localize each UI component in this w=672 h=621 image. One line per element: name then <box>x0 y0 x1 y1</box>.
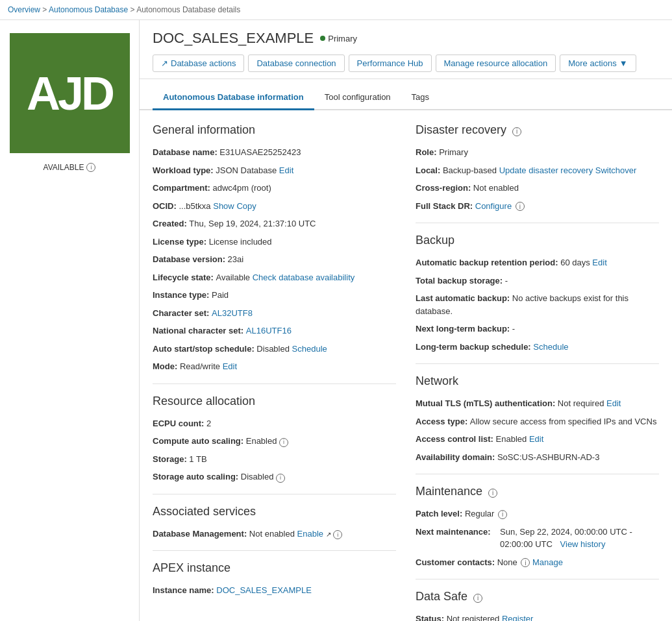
field-instance-type: Instance type: Paid <box>153 289 396 302</box>
field-storage: Storage: 1 TB <box>153 453 396 466</box>
field-dr-cross-region: Cross-region: Not enabled <box>416 182 659 195</box>
ocid-copy-link[interactable]: Copy <box>236 201 256 211</box>
main-content: DOC_SALES_EXAMPLE Primary ↗ Database act… <box>140 20 672 621</box>
enable-db-management-link[interactable]: Enable <box>297 529 323 539</box>
acl-edit-link[interactable]: Edit <box>529 434 543 444</box>
tab-tool-configuration[interactable]: Tool configuration <box>314 86 401 110</box>
update-dr-link[interactable]: Update disaster recovery <box>499 165 593 175</box>
network-title: Network <box>416 374 659 388</box>
full-stack-dr-info-icon[interactable]: i <box>516 202 525 211</box>
field-compartment: Compartment: adwc4pm (root) <box>153 182 396 195</box>
patch-level-info-icon[interactable]: i <box>498 510 507 519</box>
network-section: Network Mutual TLS (mTLS) authentication… <box>416 374 659 463</box>
field-instance-name: Instance name: DOC_SALES_EXAMPLE <box>153 584 396 597</box>
check-availability-link[interactable]: Check database availability <box>253 273 355 282</box>
field-acl: Access control list: Enabled Edit <box>416 433 659 446</box>
field-storage-autoscaling: Storage auto scaling: Disabled i <box>153 470 396 483</box>
apex-instance-title: APEX instance <box>153 561 396 575</box>
db-logo: AJD <box>10 33 130 153</box>
mode-edit-link[interactable]: Edit <box>223 361 237 371</box>
tab-autonomous-db-info[interactable]: Autonomous Database information <box>153 86 314 110</box>
performance-hub-button[interactable]: Performance Hub <box>349 55 432 72</box>
field-mtls: Mutual TLS (mTLS) authentication: Not re… <box>416 397 659 410</box>
primary-label: Primary <box>328 34 357 43</box>
status-badge: AVAILABLE i <box>44 163 96 172</box>
compute-scaling-info-icon[interactable]: i <box>279 438 288 447</box>
field-access-type: Access type: Allow secure access from sp… <box>416 415 659 428</box>
view-history-link[interactable]: View history <box>560 539 606 549</box>
maintenance-section: Maintenance i Patch level: Regular i Nex… <box>416 485 659 568</box>
divider-2 <box>153 494 396 494</box>
breadcrumb-current: Autonomous Database details <box>136 5 240 14</box>
configure-dr-link[interactable]: Configure <box>475 201 512 211</box>
field-license-type: License type: License included <box>153 236 396 249</box>
apex-instance-link[interactable]: DOC_SALES_EXAMPLE <box>216 585 312 595</box>
schedule-link[interactable]: Schedule <box>292 344 327 354</box>
field-database-name: Database name: E31UASAE25252423 <box>153 146 396 159</box>
register-data-safe-link[interactable]: Register <box>502 614 533 621</box>
resource-allocation-title: Resource allocation <box>153 395 396 408</box>
backup-section: Backup Automatic backup retention period… <box>416 234 659 353</box>
manage-resource-button[interactable]: Manage resource allocation <box>436 55 556 72</box>
db-management-info-icon[interactable]: i <box>333 530 342 539</box>
longterm-schedule-link[interactable]: Schedule <box>533 342 568 352</box>
db-header: DOC_SALES_EXAMPLE Primary ↗ Database act… <box>140 20 672 79</box>
field-patch-level: Patch level: Regular i <box>416 507 659 520</box>
field-availability-domain: Availability domain: SoSC:US-ASHBURN-AD-… <box>416 451 659 464</box>
external-icon: ↗ <box>326 531 331 538</box>
database-actions-button[interactable]: ↗ Database actions <box>153 55 244 72</box>
backup-retention-edit-link[interactable]: Edit <box>592 258 606 267</box>
status-info-icon[interactable]: i <box>86 163 95 172</box>
backup-title: Backup <box>416 234 659 247</box>
database-connection-button[interactable]: Database connection <box>248 55 344 72</box>
data-safe-section: Data Safe i Status: Not registered Regis… <box>416 590 659 621</box>
action-buttons: ↗ Database actions Database connection P… <box>153 55 659 72</box>
field-character-set: Character set: AL32UTF8 <box>153 307 396 320</box>
db-name: DOC_SALES_EXAMPLE <box>153 30 314 47</box>
disaster-recovery-info-icon[interactable]: i <box>512 127 521 136</box>
divider-right-2 <box>416 363 659 364</box>
data-safe-info-icon[interactable]: i <box>473 594 482 603</box>
divider-right-1 <box>416 223 659 223</box>
tab-tags[interactable]: Tags <box>401 86 440 110</box>
character-set-link[interactable]: AL32UTF8 <box>212 308 253 318</box>
right-column: Disaster recovery i Role: Primary Local:… <box>416 123 659 621</box>
associated-services-title: Associated services <box>153 505 396 518</box>
general-info-title: General information <box>153 123 396 137</box>
external-link-icon: ↗ <box>161 58 168 68</box>
sidebar: AJD AVAILABLE i <box>0 20 140 621</box>
national-character-set-link[interactable]: AL16UTF16 <box>246 326 292 335</box>
primary-badge: Primary <box>320 34 357 43</box>
divider-3 <box>153 550 396 551</box>
ocid-show-link[interactable]: Show <box>213 201 234 211</box>
resource-allocation-section: Resource allocation ECPU count: 2 Comput… <box>153 395 396 483</box>
breadcrumb: Overview > Autonomous Database > Autonom… <box>0 0 672 20</box>
maintenance-info-icon[interactable]: i <box>488 489 497 498</box>
field-dr-role: Role: Primary <box>416 146 659 159</box>
field-next-longterm-backup: Next long-term backup: - <box>416 323 659 335</box>
status-text: AVAILABLE <box>44 163 84 172</box>
manage-contacts-link[interactable]: Manage <box>532 557 563 567</box>
field-customer-contacts: Customer contacts: None i Manage <box>416 556 659 569</box>
field-lifecycle-state: Lifecycle state: Available Check databas… <box>153 271 396 284</box>
maintenance-title: Maintenance i <box>416 485 659 498</box>
content-area: General information Database name: E31UA… <box>140 110 672 621</box>
field-db-management: Database Management: Not enabled Enable … <box>153 528 396 541</box>
field-last-backup: Last automatic backup: No active backups… <box>416 292 659 317</box>
mtls-edit-link[interactable]: Edit <box>606 398 621 408</box>
disaster-recovery-section: Disaster recovery i Role: Primary Local:… <box>416 123 659 212</box>
associated-services-section: Associated services Database Management:… <box>153 505 396 541</box>
apex-instance-section: APEX instance Instance name: DOC_SALES_E… <box>153 561 396 597</box>
field-dr-full-stack: Full Stack DR: Configure i <box>416 200 659 213</box>
field-auto-start-stop: Auto start/stop schedule: Disabled Sched… <box>153 343 396 356</box>
field-db-version: Database version: 23ai <box>153 253 396 266</box>
more-actions-button[interactable]: More actions ▼ <box>560 55 636 72</box>
field-national-character-set: National character set: AL16UTF16 <box>153 324 396 337</box>
breadcrumb-overview[interactable]: Overview <box>8 5 40 14</box>
storage-scaling-info-icon[interactable]: i <box>276 474 285 483</box>
breadcrumb-autonomous-db[interactable]: Autonomous Database <box>49 5 128 14</box>
field-compute-autoscaling: Compute auto scaling: Enabled i <box>153 435 396 448</box>
customer-contacts-info-icon[interactable]: i <box>521 558 530 567</box>
switchover-link[interactable]: Switchover <box>595 165 637 175</box>
workload-edit-link[interactable]: Edit <box>279 165 293 175</box>
